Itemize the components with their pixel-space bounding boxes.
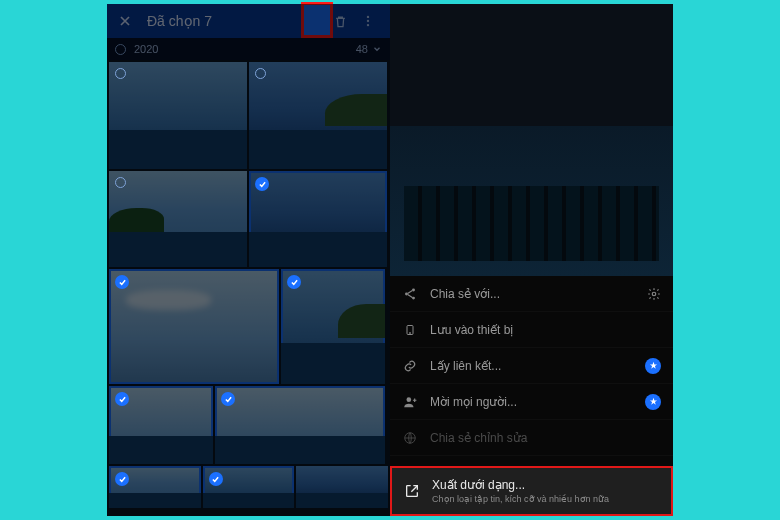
- export-icon: [404, 483, 420, 499]
- person-add-icon: [402, 394, 418, 410]
- star-badge-icon: [645, 394, 661, 410]
- star-badge-icon: [645, 358, 661, 374]
- photo-grid: [107, 60, 390, 516]
- chevron-down-icon: [372, 44, 382, 54]
- selection-topbar: Đã chọn 7: [107, 4, 390, 38]
- share-icon: [402, 286, 418, 302]
- menu-label: Lưu vào thiết bị: [430, 323, 661, 337]
- menu-label: Lấy liên kết...: [430, 359, 633, 373]
- export-subtitle: Chọn loại tập tin, kích cỡ và nhiều hơn …: [432, 494, 659, 504]
- select-all-toggle[interactable]: [115, 44, 126, 55]
- thumbnail[interactable]: [296, 466, 388, 508]
- svg-point-11: [410, 332, 411, 333]
- selection-title: Đã chọn 7: [147, 13, 296, 29]
- photo-count: 48: [356, 43, 368, 55]
- globe-icon: [402, 430, 418, 446]
- menu-label: Chia sẻ chỉnh sửa: [430, 431, 661, 445]
- year-subbar: 2020 48: [107, 38, 390, 60]
- right-pane: Chia sẻ với... Lưu vào thiết bị Lấy liên…: [390, 4, 673, 516]
- year-label: 2020: [134, 43, 356, 55]
- menu-label: Chia sẻ với...: [430, 287, 635, 301]
- thumbnail[interactable]: [109, 269, 279, 384]
- invite-people-item[interactable]: Mời mọi người...: [390, 384, 673, 420]
- share-edits-item: Chia sẻ chỉnh sửa: [390, 420, 673, 456]
- select-toggle[interactable]: [287, 275, 301, 289]
- menu-label: Mời mọi người...: [430, 395, 633, 409]
- select-toggle[interactable]: [221, 392, 235, 406]
- select-toggle[interactable]: [115, 275, 129, 289]
- photo-preview: [390, 4, 673, 276]
- save-to-device-item[interactable]: Lưu vào thiết bị: [390, 312, 673, 348]
- select-toggle[interactable]: [115, 392, 129, 406]
- select-toggle[interactable]: [255, 68, 266, 79]
- share-icon[interactable]: [300, 9, 324, 33]
- gear-icon[interactable]: [647, 287, 661, 301]
- select-toggle[interactable]: [115, 472, 129, 486]
- thumbnail[interactable]: [203, 466, 295, 508]
- export-title: Xuất dưới dạng...: [432, 478, 659, 492]
- select-toggle[interactable]: [115, 68, 126, 79]
- thumbnail[interactable]: [249, 171, 387, 267]
- select-toggle[interactable]: [209, 472, 223, 486]
- thumbnail[interactable]: [109, 466, 201, 508]
- phone-icon: [402, 322, 418, 338]
- thumbnail[interactable]: [109, 62, 247, 169]
- close-icon[interactable]: [117, 13, 133, 29]
- share-with-item[interactable]: Chia sẻ với...: [390, 276, 673, 312]
- svg-point-9: [652, 292, 656, 296]
- select-toggle[interactable]: [255, 177, 269, 191]
- app-frame: Đã chọn 7 2020 48: [107, 4, 673, 516]
- thumbnail[interactable]: [281, 269, 385, 384]
- thumbnail[interactable]: [109, 386, 213, 464]
- svg-point-4: [367, 20, 369, 22]
- svg-point-5: [367, 24, 369, 26]
- thumbnail[interactable]: [215, 386, 385, 464]
- svg-point-12: [407, 397, 412, 402]
- thumbnail[interactable]: [249, 62, 387, 169]
- left-pane: Đã chọn 7 2020 48: [107, 4, 390, 516]
- export-as-item[interactable]: Xuất dưới dạng... Chọn loại tập tin, kíc…: [390, 466, 673, 516]
- thumbnail[interactable]: [109, 171, 247, 267]
- link-icon: [402, 358, 418, 374]
- delete-icon[interactable]: [328, 9, 352, 33]
- select-toggle[interactable]: [115, 177, 126, 188]
- export-text: Xuất dưới dạng... Chọn loại tập tin, kíc…: [432, 478, 659, 504]
- more-icon[interactable]: [356, 9, 380, 33]
- get-link-item[interactable]: Lấy liên kết...: [390, 348, 673, 384]
- svg-point-3: [367, 16, 369, 18]
